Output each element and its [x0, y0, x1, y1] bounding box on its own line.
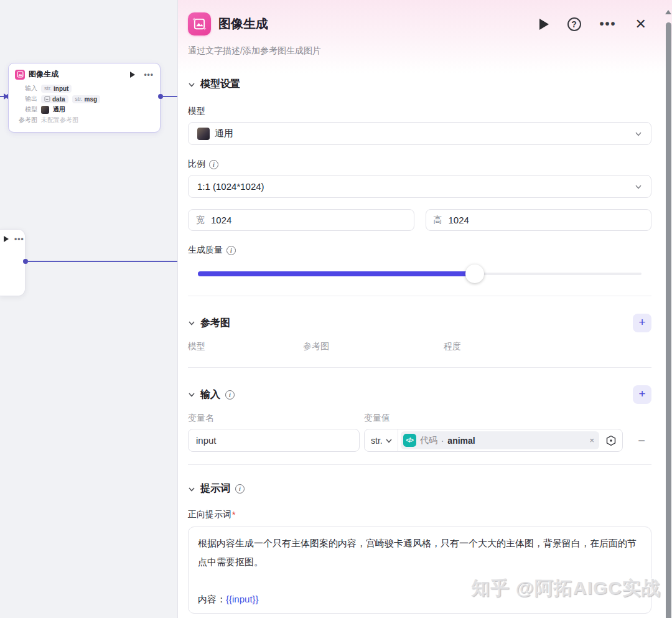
slider-thumb[interactable] — [465, 265, 484, 283]
node-row-output: 输出 data str.msg — [15, 95, 154, 103]
prompt-variable: {{input}} — [226, 594, 259, 604]
value-settings-button[interactable] — [603, 433, 619, 449]
quality-slider[interactable] — [198, 265, 642, 283]
node-run-button[interactable] — [4, 236, 9, 242]
height-field[interactable]: 高 — [426, 209, 652, 231]
chevron-down-icon — [635, 130, 642, 138]
model-settings-section-header[interactable]: 模型设置 — [188, 78, 651, 91]
help-button[interactable]: ? — [567, 17, 581, 31]
node-run-button[interactable] — [130, 72, 135, 78]
input-column-headers: 变量名 变量值 — [188, 413, 651, 424]
type-select[interactable]: str. — [365, 429, 398, 451]
info-icon[interactable]: i — [226, 246, 236, 255]
node-config-panel: 图像生成 ? ••• ✕ 通过文字描述/添加参考图生成图片 模型设置 模型 通用… — [177, 0, 672, 618]
panel-subtitle: 通过文字描述/添加参考图生成图片 — [188, 45, 651, 57]
clear-value-icon[interactable]: × — [589, 436, 594, 445]
height-input[interactable] — [449, 215, 644, 225]
workflow-canvas[interactable]: 图像生成 ••• 输入 str.input 输出 data str.msg 模型… — [0, 0, 177, 618]
width-field[interactable]: 宽 — [188, 209, 414, 231]
section-divider — [188, 367, 651, 368]
info-icon[interactable]: i — [209, 160, 218, 169]
ratio-select[interactable]: 1:1 (1024*1024) — [188, 175, 651, 198]
more-button[interactable]: ••• — [600, 17, 617, 31]
string-type-icon: str. — [44, 85, 52, 91]
reference-section-header[interactable]: 参考图 + — [188, 314, 651, 332]
node-row-reference: 参考图 未配置参考图 — [15, 116, 154, 124]
section-divider — [188, 296, 651, 296]
chevron-down-icon — [188, 319, 195, 327]
hexagon-dot-icon — [605, 434, 617, 447]
scrollbar-up-button[interactable] — [665, 6, 672, 17]
reference-column-headers: 模型 参考图 程度 — [188, 341, 651, 352]
panel-header: 图像生成 ? ••• ✕ — [188, 0, 651, 35]
panel-scrollbar[interactable] — [665, 0, 672, 618]
image-type-icon — [44, 96, 50, 102]
variable-reference-pill[interactable]: </> 代码 · animal × — [401, 431, 599, 449]
info-icon[interactable]: i — [225, 390, 235, 400]
triangle-up-icon — [665, 10, 671, 14]
close-button[interactable]: ✕ — [635, 16, 646, 32]
width-input[interactable] — [211, 215, 406, 225]
info-icon[interactable]: i — [235, 484, 245, 494]
node-card-partial[interactable]: ••• — [0, 229, 26, 296]
positive-prompt-textarea[interactable]: 根据内容生成一个只有主体图案的内容，宫崎骏卡通风格，只有一个大大的主体图，背景留… — [188, 527, 651, 614]
node-more-button[interactable]: ••• — [14, 235, 24, 243]
variable-name-input[interactable] — [188, 429, 360, 452]
model-avatar — [197, 128, 210, 140]
string-type-icon: str. — [75, 96, 83, 102]
input-variable-row: str. </> 代码 · animal × − — [188, 429, 651, 452]
output-tag-data: data — [41, 95, 68, 103]
node-more-button[interactable]: ••• — [144, 70, 154, 79]
positive-prompt-label: 正向提示词 * — [188, 509, 651, 520]
scrollbar-thumb[interactable] — [666, 22, 671, 618]
prompt-footer: 内容：{{input}} — [198, 590, 642, 609]
remove-input-button[interactable]: − — [638, 434, 645, 447]
chevron-down-icon — [385, 437, 393, 444]
model-select[interactable]: 通用 — [188, 122, 651, 145]
image-generation-icon — [15, 70, 25, 80]
quality-label: 生成质量 i — [188, 245, 651, 256]
variable-value-field: str. </> 代码 · animal × — [364, 429, 623, 452]
chevron-down-icon — [188, 485, 195, 493]
input-section-header[interactable]: 输入 i + — [188, 385, 651, 404]
prompt-section-header[interactable]: 提示词 i — [188, 482, 651, 495]
run-button[interactable] — [539, 19, 549, 30]
model-label: 模型 — [188, 106, 651, 117]
model-avatar — [41, 106, 49, 114]
chevron-down-icon — [188, 81, 195, 88]
add-reference-button[interactable]: + — [633, 314, 651, 332]
output-tag-msg: str.msg — [72, 95, 101, 103]
node-row-input: 输入 str.input — [15, 84, 154, 93]
code-icon: </> — [403, 434, 416, 447]
page-title: 图像生成 — [218, 16, 539, 32]
add-input-button[interactable]: + — [633, 385, 651, 404]
edge-line — [162, 96, 177, 97]
image-generation-icon — [188, 12, 211, 35]
ratio-label: 比例 i — [188, 159, 651, 170]
slider-fill — [198, 271, 469, 276]
node-title: 图像生成 — [29, 69, 126, 80]
section-divider — [188, 464, 651, 465]
node-card-image-generation[interactable]: 图像生成 ••• 输入 str.input 输出 data str.msg 模型… — [8, 63, 161, 133]
chevron-down-icon — [635, 183, 642, 190]
edge-line — [27, 261, 177, 262]
node-row-model: 模型 通用 — [15, 105, 154, 114]
input-tag: str.input — [41, 85, 72, 93]
prompt-body: 根据内容生成一个只有主体图案的内容，宫崎骏卡通风格，只有一个大大的主体图，背景留… — [198, 534, 642, 571]
chevron-down-icon — [188, 391, 195, 398]
